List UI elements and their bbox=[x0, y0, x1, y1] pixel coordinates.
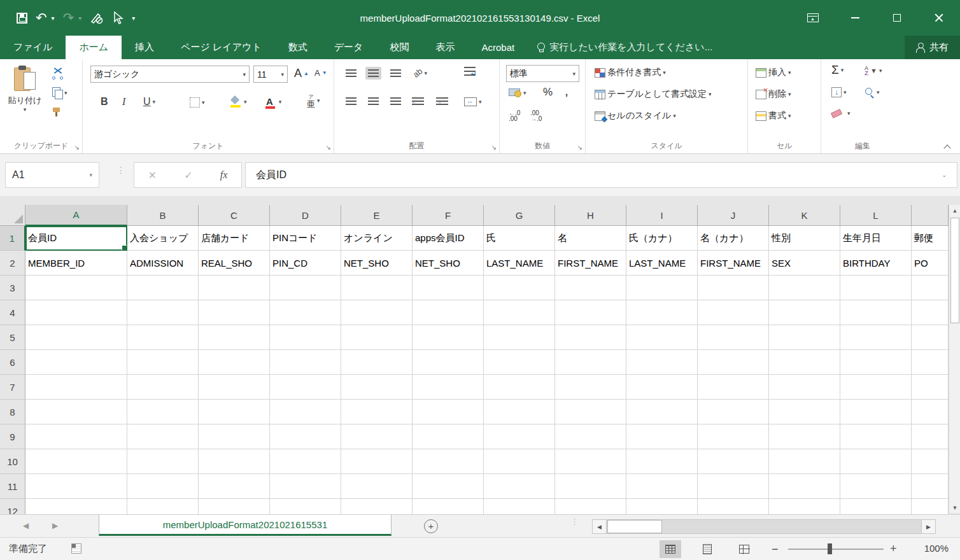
cell-E4[interactable] bbox=[341, 300, 413, 325]
qat-customize-icon[interactable]: ▾ bbox=[132, 15, 135, 22]
paste-button[interactable]: 貼り付け ▾ bbox=[6, 64, 43, 128]
tell-me-box[interactable]: 実行したい作業を入力してください... bbox=[528, 36, 721, 59]
cell-F9[interactable] bbox=[413, 424, 484, 449]
cell-A1[interactable]: 会員ID bbox=[25, 226, 127, 251]
cell-L1[interactable]: 生年月日 bbox=[840, 226, 912, 251]
scroll-up-icon[interactable]: ▲ bbox=[950, 205, 960, 216]
column-header-B[interactable]: B bbox=[127, 205, 199, 226]
column-header-F[interactable]: F bbox=[413, 205, 484, 226]
cell-J10[interactable] bbox=[698, 449, 769, 474]
cell-H4[interactable] bbox=[555, 300, 626, 325]
increase-indent-button[interactable] bbox=[436, 97, 448, 106]
cell-G8[interactable] bbox=[484, 400, 555, 424]
align-top-button[interactable] bbox=[343, 67, 359, 80]
cell-E5[interactable] bbox=[341, 325, 413, 350]
cell-I5[interactable] bbox=[626, 325, 698, 350]
insert-cells-button[interactable]: 挿入▾ bbox=[756, 67, 791, 78]
cell-E7[interactable] bbox=[341, 375, 413, 400]
phonetic-guide-button[interactable]: ア亜▾ bbox=[307, 94, 320, 108]
sort-filter-button[interactable]: AZ▼▾ bbox=[865, 66, 882, 76]
tab-file[interactable]: ファイル bbox=[0, 36, 66, 59]
cell-E9[interactable] bbox=[341, 424, 413, 449]
cell-M6[interactable] bbox=[912, 350, 949, 375]
row-header-8[interactable]: 8 bbox=[0, 400, 25, 424]
cell-B4[interactable] bbox=[127, 300, 199, 325]
align-right-button[interactable] bbox=[388, 95, 404, 109]
autosum-button[interactable]: Σ▾ bbox=[831, 64, 844, 76]
cell-I6[interactable] bbox=[626, 350, 698, 375]
cell-A11[interactable] bbox=[25, 474, 127, 499]
cell-A8[interactable] bbox=[25, 400, 127, 424]
row-header-11[interactable]: 11 bbox=[0, 474, 25, 499]
accounting-format-button[interactable]: ▾ bbox=[509, 88, 526, 97]
cell-B8[interactable] bbox=[127, 400, 199, 424]
cell-K5[interactable] bbox=[769, 325, 840, 350]
cell-K11[interactable] bbox=[769, 474, 840, 499]
cell-M8[interactable] bbox=[912, 400, 949, 424]
cell-H1[interactable]: 名 bbox=[555, 226, 626, 251]
font-name-combo[interactable]: 游ゴシック▾ bbox=[90, 66, 250, 83]
cell-C9[interactable] bbox=[199, 424, 270, 449]
cell-M11[interactable] bbox=[912, 474, 949, 499]
page-break-view-button[interactable] bbox=[733, 540, 755, 558]
cell-C2[interactable]: REAL_SHO bbox=[199, 251, 270, 276]
cell-I9[interactable] bbox=[626, 424, 698, 449]
vertical-scroll-thumb[interactable] bbox=[950, 218, 959, 323]
cell-G7[interactable] bbox=[484, 375, 555, 400]
cell-J9[interactable] bbox=[698, 424, 769, 449]
cell-M3[interactable] bbox=[912, 276, 949, 300]
select-all-corner[interactable] bbox=[0, 205, 25, 226]
cell-C6[interactable] bbox=[199, 350, 270, 375]
cell-J12[interactable] bbox=[698, 499, 769, 514]
cell-C3[interactable] bbox=[199, 276, 270, 300]
cell-L11[interactable] bbox=[840, 474, 912, 499]
column-header-L[interactable]: L bbox=[840, 205, 912, 226]
comma-style-button[interactable]: , bbox=[565, 83, 568, 99]
cell-E6[interactable] bbox=[341, 350, 413, 375]
cell-M10[interactable] bbox=[912, 449, 949, 474]
clear-button[interactable]: ▾ bbox=[831, 110, 851, 116]
increase-decimal-button[interactable]: ←.0.00 bbox=[509, 110, 520, 122]
cell-A5[interactable] bbox=[25, 325, 127, 350]
cell-C8[interactable] bbox=[199, 400, 270, 424]
insert-function-icon[interactable]: fx bbox=[220, 169, 228, 181]
cell-G10[interactable] bbox=[484, 449, 555, 474]
cell-A2[interactable]: MEMBER_ID bbox=[25, 251, 127, 276]
font-dialog-launcher-icon[interactable]: ↘ bbox=[326, 144, 331, 151]
cell-K2[interactable]: SEX bbox=[769, 251, 840, 276]
decrease-decimal-button[interactable]: .00→.0 bbox=[530, 110, 542, 122]
cell-A12[interactable] bbox=[25, 499, 127, 514]
fill-button[interactable]: ↓▾ bbox=[831, 87, 847, 97]
cell-F12[interactable] bbox=[413, 499, 484, 514]
collapse-ribbon-icon[interactable] bbox=[945, 144, 951, 148]
cell-D4[interactable] bbox=[270, 300, 341, 325]
tab-ホーム[interactable]: ホーム bbox=[66, 36, 122, 59]
cell-G1[interactable]: 氏 bbox=[484, 226, 555, 251]
cell-F3[interactable] bbox=[413, 276, 484, 300]
share-button[interactable]: 共有 bbox=[905, 36, 960, 59]
cell-F2[interactable]: NET_SHO bbox=[413, 251, 484, 276]
name-box[interactable]: A1 ▾ bbox=[5, 162, 99, 188]
cell-G6[interactable] bbox=[484, 350, 555, 375]
cell-K1[interactable]: 性別 bbox=[769, 226, 840, 251]
cell-I11[interactable] bbox=[626, 474, 698, 499]
row-header-7[interactable]: 7 bbox=[0, 375, 25, 400]
borders-button[interactable]: ▾ bbox=[190, 97, 205, 108]
sheet-nav-next-icon[interactable]: ▶ bbox=[52, 521, 58, 530]
cell-B6[interactable] bbox=[127, 350, 199, 375]
scroll-right-icon[interactable]: ▶ bbox=[921, 520, 935, 533]
cell-A6[interactable] bbox=[25, 350, 127, 375]
zoom-slider-track[interactable] bbox=[788, 549, 884, 550]
cell-I4[interactable] bbox=[626, 300, 698, 325]
increase-font-button[interactable]: A▲ bbox=[294, 67, 309, 80]
cell-H9[interactable] bbox=[555, 424, 626, 449]
cell-A7[interactable] bbox=[25, 375, 127, 400]
minimize-button[interactable] bbox=[834, 0, 876, 36]
cell-E1[interactable]: オンライン bbox=[341, 226, 413, 251]
row-header-3[interactable]: 3 bbox=[0, 276, 25, 300]
cell-B9[interactable] bbox=[127, 424, 199, 449]
cell-B3[interactable] bbox=[127, 276, 199, 300]
cell-M7[interactable] bbox=[912, 375, 949, 400]
cell-H6[interactable] bbox=[555, 350, 626, 375]
cell-D3[interactable] bbox=[270, 276, 341, 300]
